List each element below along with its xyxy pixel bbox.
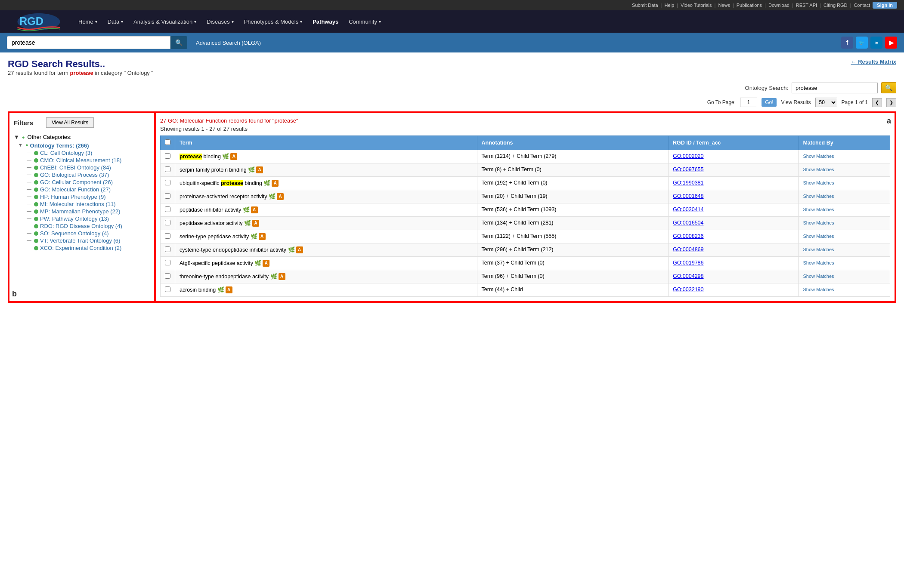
tree-icon[interactable]: 🌿	[254, 260, 261, 267]
row-checkbox[interactable]	[165, 220, 170, 225]
results-matrix-link[interactable]: ← Results Matrix	[851, 58, 896, 65]
rgd-id-link[interactable]: GO:0097655	[673, 166, 704, 172]
nav-home[interactable]: Home ▾	[73, 16, 102, 28]
nav-data[interactable]: Data ▾	[102, 16, 128, 28]
prev-page-button[interactable]: ❮	[872, 98, 882, 107]
go-button[interactable]: Go!	[762, 98, 777, 107]
filter-xco-link[interactable]: XCO: Experimental Condition (2)	[40, 245, 121, 251]
row-checkbox[interactable]	[165, 260, 170, 265]
row-checkbox[interactable]	[165, 233, 170, 239]
show-matches-link[interactable]: Show Matches	[803, 220, 834, 225]
rgd-id-link[interactable]: GO:0002020	[673, 153, 704, 159]
youtube-icon[interactable]: ▶	[885, 37, 897, 49]
filter-vt-link[interactable]: VT: Vertebrate Trait Ontology (6)	[40, 237, 120, 244]
rgd-id-link[interactable]: GO:0019786	[673, 260, 704, 266]
show-matches-link[interactable]: Show Matches	[803, 247, 834, 252]
filter-gocc-link[interactable]: GO: Cellular Component (26)	[40, 179, 113, 185]
rgd-id-link[interactable]: GO:0008236	[673, 233, 704, 239]
nav-phenotypes[interactable]: Phenotypes & Models ▾	[239, 16, 307, 28]
logo-area[interactable]: RGD	[4, 12, 73, 31]
filter-gobp-link[interactable]: GO: Biological Process (37)	[40, 172, 109, 178]
facebook-icon[interactable]: f	[841, 37, 853, 49]
nav-diseases[interactable]: Diseases ▾	[201, 16, 238, 28]
nav-analysis[interactable]: Analysis & Visualization ▾	[128, 16, 201, 28]
nav-community[interactable]: Community ▾	[344, 16, 386, 28]
next-page-button[interactable]: ❯	[886, 98, 896, 107]
annotation-icon[interactable]: A	[226, 286, 232, 293]
tree-icon[interactable]: 🌿	[222, 153, 229, 160]
download-link[interactable]: Download	[768, 3, 789, 8]
show-matches-link[interactable]: Show Matches	[803, 154, 834, 159]
rgd-id-link[interactable]: GO:0030414	[673, 206, 704, 212]
row-checkbox[interactable]	[165, 166, 170, 172]
view-all-results-button[interactable]: View All Results	[46, 117, 94, 128]
annotation-icon[interactable]: A	[272, 180, 279, 187]
row-checkbox[interactable]	[165, 273, 170, 279]
ontology-search-button[interactable]: 🔍	[881, 82, 896, 93]
rgd-id-link[interactable]: GO:0001648	[673, 193, 704, 199]
filter-pw-link[interactable]: PW: Pathway Ontology (13)	[40, 215, 109, 222]
filter-gomf-link[interactable]: GO: Molecular Function (27)	[40, 186, 111, 193]
rgd-id-link[interactable]: GO:1990381	[673, 180, 704, 186]
annotation-icon[interactable]: A	[296, 246, 303, 253]
citing-rgd-link[interactable]: Citing RGD	[824, 3, 848, 8]
annotation-icon[interactable]: A	[256, 166, 263, 173]
filter-chebi-link[interactable]: ChEBI: ChEBI Ontology (84)	[40, 164, 111, 171]
video-tutorials-link[interactable]: Video Tutorials	[681, 3, 712, 8]
rgd-id-link[interactable]: GO:0032190	[673, 286, 704, 292]
annotation-icon[interactable]: A	[259, 233, 266, 240]
filter-cmo-link[interactable]: CMO: Clinical Measurement (18)	[40, 157, 121, 163]
row-checkbox[interactable]	[165, 286, 170, 292]
tree-icon[interactable]: 🌿	[217, 286, 224, 293]
sign-in-button[interactable]: Sign In	[873, 2, 897, 9]
row-checkbox[interactable]	[165, 153, 170, 159]
news-link[interactable]: News	[718, 3, 730, 8]
rgd-id-link[interactable]: GO:0004869	[673, 246, 704, 252]
linkedin-icon[interactable]: in	[870, 37, 882, 49]
rgd-id-link[interactable]: GO:0016504	[673, 220, 704, 226]
annotation-icon[interactable]: A	[252, 220, 259, 227]
tree-icon[interactable]: 🌿	[251, 233, 257, 240]
tree-icon[interactable]: 🌿	[270, 273, 277, 280]
show-matches-link[interactable]: Show Matches	[803, 167, 834, 172]
filter-cl-link[interactable]: CL: Cell Ontology (3)	[40, 150, 92, 156]
twitter-icon[interactable]: 🐦	[856, 37, 868, 49]
show-matches-link[interactable]: Show Matches	[803, 180, 834, 185]
view-results-select[interactable]: 50 100 200	[815, 98, 837, 107]
show-matches-link[interactable]: Show Matches	[803, 234, 834, 239]
tree-icon[interactable]: 🌿	[244, 220, 251, 227]
submit-data-link[interactable]: Submit Data	[632, 3, 658, 8]
tree-icon[interactable]: 🌿	[248, 166, 255, 173]
annotation-icon[interactable]: A	[263, 260, 269, 267]
contact-link[interactable]: Contact	[854, 3, 870, 8]
tree-icon[interactable]: 🌿	[288, 246, 295, 253]
filter-mi-link[interactable]: MI: Molecular Interactions (11)	[40, 201, 116, 207]
row-checkbox[interactable]	[165, 206, 170, 212]
go-mol-func-banner[interactable]: 27 GO: Molecular Function records found …	[160, 117, 890, 124]
show-matches-link[interactable]: Show Matches	[803, 274, 834, 279]
advanced-search-link[interactable]: Advanced Search (OLGA)	[196, 40, 261, 46]
main-search-input[interactable]	[7, 36, 170, 49]
show-matches-link[interactable]: Show Matches	[803, 194, 834, 199]
row-checkbox[interactable]	[165, 180, 170, 185]
main-search-button[interactable]: 🔍	[170, 36, 187, 49]
tree-icon[interactable]: 🌿	[269, 193, 276, 200]
filter-mp-link[interactable]: MP: Mammalian Phenotype (22)	[40, 208, 120, 215]
annotation-icon[interactable]: A	[251, 206, 258, 213]
show-matches-link[interactable]: Show Matches	[803, 207, 834, 212]
help-link[interactable]: Help	[664, 3, 674, 8]
go-to-page-input[interactable]	[740, 98, 757, 107]
publications-link[interactable]: Publications	[737, 3, 762, 8]
rgd-logo[interactable]: RGD	[13, 12, 65, 31]
show-matches-link[interactable]: Show Matches	[803, 287, 834, 292]
filter-hp-link[interactable]: HP: Human Phenotype (9)	[40, 194, 105, 200]
filter-so-link[interactable]: SO: Sequence Ontology (4)	[40, 230, 109, 237]
ontology-search-input[interactable]	[792, 83, 878, 93]
annotation-icon[interactable]: A	[279, 273, 285, 280]
ontology-terms-label[interactable]: Ontology Terms: (266)	[30, 142, 89, 149]
annotation-icon[interactable]: A	[277, 193, 284, 200]
rest-api-link[interactable]: REST API	[796, 3, 817, 8]
nav-pathways[interactable]: Pathways	[307, 16, 344, 28]
tree-icon[interactable]: 🌿	[263, 180, 270, 187]
select-all-checkbox[interactable]	[165, 139, 170, 145]
